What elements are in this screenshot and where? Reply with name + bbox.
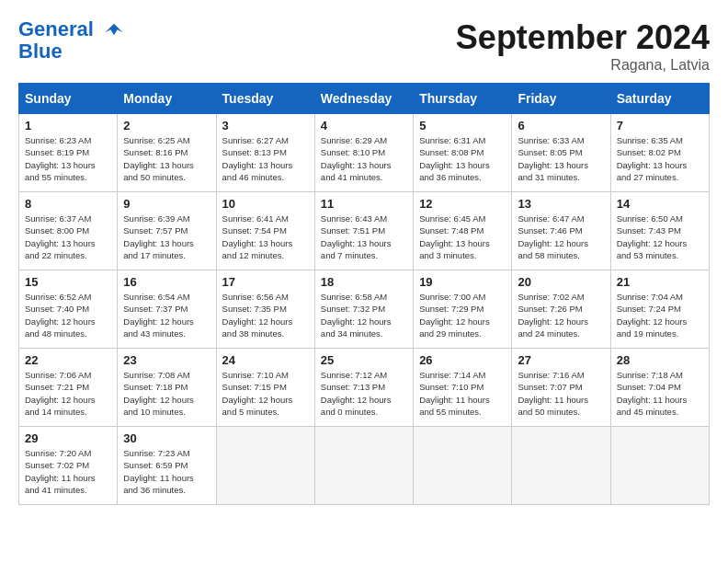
calendar-cell: 26Sunrise: 7:14 AM Sunset: 7:10 PM Dayli… bbox=[414, 349, 512, 427]
day-number: 14 bbox=[617, 197, 703, 211]
day-number: 21 bbox=[617, 275, 703, 289]
calendar-cell: 29Sunrise: 7:20 AM Sunset: 7:02 PM Dayli… bbox=[19, 427, 118, 505]
day-info: Sunrise: 6:54 AM Sunset: 7:37 PM Dayligh… bbox=[123, 291, 210, 339]
day-number: 30 bbox=[123, 431, 210, 445]
day-info: Sunrise: 6:43 AM Sunset: 7:51 PM Dayligh… bbox=[321, 213, 407, 261]
calendar-cell bbox=[314, 427, 413, 505]
day-number: 4 bbox=[321, 119, 407, 132]
day-number: 16 bbox=[123, 275, 210, 289]
day-info: Sunrise: 6:29 AM Sunset: 8:10 PM Dayligh… bbox=[321, 134, 407, 183]
header: General Blue September 2024 Ragana, Latv… bbox=[18, 18, 710, 74]
day-info: Sunrise: 6:56 AM Sunset: 7:35 PM Dayligh… bbox=[222, 291, 309, 339]
day-number: 25 bbox=[321, 353, 407, 367]
day-info: Sunrise: 6:52 AM Sunset: 7:40 PM Dayligh… bbox=[25, 291, 111, 339]
day-info: Sunrise: 7:06 AM Sunset: 7:21 PM Dayligh… bbox=[25, 369, 111, 418]
logo: General Blue bbox=[18, 18, 127, 63]
calendar-cell: 22Sunrise: 7:06 AM Sunset: 7:21 PM Dayli… bbox=[19, 349, 118, 427]
day-info: Sunrise: 7:14 AM Sunset: 7:10 PM Dayligh… bbox=[419, 369, 506, 418]
calendar-cell: 7Sunrise: 6:35 AM Sunset: 8:02 PM Daylig… bbox=[610, 114, 709, 192]
day-info: Sunrise: 6:25 AM Sunset: 8:16 PM Dayligh… bbox=[123, 134, 210, 183]
weekday-header: Friday bbox=[512, 84, 610, 114]
calendar-cell: 11Sunrise: 6:43 AM Sunset: 7:51 PM Dayli… bbox=[314, 192, 413, 270]
day-info: Sunrise: 6:50 AM Sunset: 7:43 PM Dayligh… bbox=[617, 213, 703, 261]
calendar-week-row: 8Sunrise: 6:37 AM Sunset: 8:00 PM Daylig… bbox=[19, 192, 710, 270]
calendar-week-row: 1Sunrise: 6:23 AM Sunset: 8:19 PM Daylig… bbox=[19, 114, 710, 192]
day-number: 10 bbox=[222, 197, 309, 211]
day-info: Sunrise: 7:00 AM Sunset: 7:29 PM Dayligh… bbox=[419, 291, 506, 339]
logo-bird-icon bbox=[101, 20, 127, 40]
calendar-cell: 3Sunrise: 6:27 AM Sunset: 8:13 PM Daylig… bbox=[216, 114, 314, 192]
weekday-header: Wednesday bbox=[314, 84, 413, 114]
day-info: Sunrise: 7:20 AM Sunset: 7:02 PM Dayligh… bbox=[25, 447, 111, 496]
calendar-cell: 9Sunrise: 6:39 AM Sunset: 7:57 PM Daylig… bbox=[118, 192, 216, 270]
calendar-cell: 12Sunrise: 6:45 AM Sunset: 7:48 PM Dayli… bbox=[414, 192, 512, 270]
weekday-header: Saturday bbox=[610, 84, 709, 114]
weekday-header: Thursday bbox=[414, 84, 512, 114]
day-number: 29 bbox=[25, 431, 111, 445]
day-number: 7 bbox=[617, 119, 703, 132]
day-info: Sunrise: 7:08 AM Sunset: 7:18 PM Dayligh… bbox=[123, 369, 210, 418]
calendar-cell bbox=[512, 427, 610, 505]
day-number: 8 bbox=[25, 197, 111, 211]
calendar-cell: 28Sunrise: 7:18 AM Sunset: 7:04 PM Dayli… bbox=[610, 349, 709, 427]
calendar-cell: 19Sunrise: 7:00 AM Sunset: 7:29 PM Dayli… bbox=[414, 270, 512, 349]
day-info: Sunrise: 7:16 AM Sunset: 7:07 PM Dayligh… bbox=[518, 369, 604, 418]
calendar-cell: 4Sunrise: 6:29 AM Sunset: 8:10 PM Daylig… bbox=[314, 114, 413, 192]
day-number: 15 bbox=[25, 275, 111, 289]
calendar-cell: 5Sunrise: 6:31 AM Sunset: 8:08 PM Daylig… bbox=[414, 114, 512, 192]
day-number: 28 bbox=[617, 353, 703, 367]
day-info: Sunrise: 6:33 AM Sunset: 8:05 PM Dayligh… bbox=[518, 134, 604, 183]
calendar-week-row: 15Sunrise: 6:52 AM Sunset: 7:40 PM Dayli… bbox=[19, 270, 710, 349]
calendar-cell bbox=[216, 427, 314, 505]
day-number: 6 bbox=[518, 119, 604, 132]
day-number: 24 bbox=[222, 353, 309, 367]
calendar-cell: 21Sunrise: 7:04 AM Sunset: 7:24 PM Dayli… bbox=[610, 270, 709, 349]
calendar-week-row: 22Sunrise: 7:06 AM Sunset: 7:21 PM Dayli… bbox=[19, 349, 710, 427]
calendar-cell: 8Sunrise: 6:37 AM Sunset: 8:00 PM Daylig… bbox=[19, 192, 118, 270]
calendar-cell: 10Sunrise: 6:41 AM Sunset: 7:54 PM Dayli… bbox=[216, 192, 314, 270]
day-info: Sunrise: 7:10 AM Sunset: 7:15 PM Dayligh… bbox=[222, 369, 309, 418]
calendar-cell: 24Sunrise: 7:10 AM Sunset: 7:15 PM Dayli… bbox=[216, 349, 314, 427]
day-number: 1 bbox=[25, 119, 111, 132]
logo-general: General bbox=[18, 17, 94, 40]
calendar-cell: 27Sunrise: 7:16 AM Sunset: 7:07 PM Dayli… bbox=[512, 349, 610, 427]
day-info: Sunrise: 6:58 AM Sunset: 7:32 PM Dayligh… bbox=[321, 291, 407, 339]
weekday-header: Sunday bbox=[19, 84, 118, 114]
calendar-cell bbox=[414, 427, 512, 505]
day-number: 2 bbox=[123, 119, 210, 132]
day-number: 13 bbox=[518, 197, 604, 211]
day-info: Sunrise: 6:41 AM Sunset: 7:54 PM Dayligh… bbox=[222, 213, 309, 261]
calendar-cell: 23Sunrise: 7:08 AM Sunset: 7:18 PM Dayli… bbox=[118, 349, 216, 427]
calendar-cell: 18Sunrise: 6:58 AM Sunset: 7:32 PM Dayli… bbox=[314, 270, 413, 349]
day-number: 9 bbox=[123, 197, 210, 211]
weekday-header: Tuesday bbox=[216, 84, 314, 114]
day-info: Sunrise: 6:23 AM Sunset: 8:19 PM Dayligh… bbox=[25, 134, 111, 183]
calendar-table: SundayMondayTuesdayWednesdayThursdayFrid… bbox=[18, 83, 710, 505]
day-info: Sunrise: 7:12 AM Sunset: 7:13 PM Dayligh… bbox=[321, 369, 407, 418]
day-info: Sunrise: 6:35 AM Sunset: 8:02 PM Dayligh… bbox=[617, 134, 703, 183]
day-number: 11 bbox=[321, 197, 407, 211]
day-info: Sunrise: 6:45 AM Sunset: 7:48 PM Dayligh… bbox=[419, 213, 506, 261]
day-number: 12 bbox=[419, 197, 506, 211]
calendar-cell: 25Sunrise: 7:12 AM Sunset: 7:13 PM Dayli… bbox=[314, 349, 413, 427]
day-number: 17 bbox=[222, 275, 309, 289]
weekday-header: Monday bbox=[118, 84, 216, 114]
calendar-cell: 20Sunrise: 7:02 AM Sunset: 7:26 PM Dayli… bbox=[512, 270, 610, 349]
day-number: 19 bbox=[419, 275, 506, 289]
calendar-cell: 16Sunrise: 6:54 AM Sunset: 7:37 PM Dayli… bbox=[118, 270, 216, 349]
calendar-cell: 15Sunrise: 6:52 AM Sunset: 7:40 PM Dayli… bbox=[19, 270, 118, 349]
calendar-cell: 14Sunrise: 6:50 AM Sunset: 7:43 PM Dayli… bbox=[610, 192, 709, 270]
calendar-cell bbox=[610, 427, 709, 505]
month-title: September 2024 bbox=[456, 18, 710, 57]
day-info: Sunrise: 6:37 AM Sunset: 8:00 PM Dayligh… bbox=[25, 213, 111, 261]
calendar-cell: 2Sunrise: 6:25 AM Sunset: 8:16 PM Daylig… bbox=[118, 114, 216, 192]
day-number: 18 bbox=[321, 275, 407, 289]
day-info: Sunrise: 7:18 AM Sunset: 7:04 PM Dayligh… bbox=[617, 369, 703, 418]
day-info: Sunrise: 6:31 AM Sunset: 8:08 PM Dayligh… bbox=[419, 134, 506, 183]
day-number: 26 bbox=[419, 353, 506, 367]
day-info: Sunrise: 6:47 AM Sunset: 7:46 PM Dayligh… bbox=[518, 213, 604, 261]
day-number: 27 bbox=[518, 353, 604, 367]
day-info: Sunrise: 6:39 AM Sunset: 7:57 PM Dayligh… bbox=[123, 213, 210, 261]
day-number: 3 bbox=[222, 119, 309, 132]
calendar-cell: 13Sunrise: 6:47 AM Sunset: 7:46 PM Dayli… bbox=[512, 192, 610, 270]
